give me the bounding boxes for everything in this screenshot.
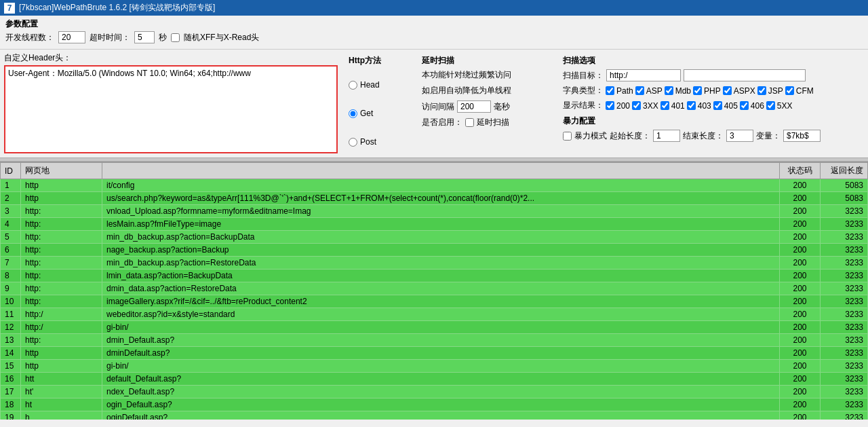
result-401-cb[interactable] <box>660 101 669 110</box>
radio-get-input[interactable] <box>349 109 357 118</box>
delay-panel: 延时扫描 本功能针对绕过频繁访问 如启用自动降低为单线程 访问间隔 毫秒 是否启… <box>422 52 557 155</box>
cell-url: http:/ <box>21 308 102 321</box>
cell-url: http: <box>21 282 102 295</box>
timeout-input[interactable] <box>134 31 155 43</box>
http-method-panel: Http方法 Head Get Post <box>349 52 416 155</box>
cell-url: http: <box>21 244 102 257</box>
table-row: 9 http: dmin_data.asp?action=RestoreData… <box>1 282 868 295</box>
result-5xx-cb[interactable] <box>766 101 775 110</box>
result-403-cb[interactable] <box>687 101 696 110</box>
end-len-input[interactable] <box>726 130 753 142</box>
dict-mdb-cb[interactable] <box>665 86 673 95</box>
cell-status: 200 <box>780 411 821 420</box>
cell-url: http: <box>21 257 102 270</box>
delay-line2: 如启用自动降低为单线程 <box>422 85 557 96</box>
enable-delay-row: 是否启用： 延时扫描 <box>422 117 557 128</box>
result-200-cb[interactable] <box>606 101 614 110</box>
brute-section: 暴力配置 暴力模式 起始长度： 结束长度： 变量： <box>563 115 864 142</box>
delay-title: 延时扫描 <box>422 55 557 67</box>
radio-head-input[interactable] <box>349 81 357 90</box>
cell-url: http: <box>21 205 102 218</box>
dict-cfm-label: CFM <box>796 86 814 96</box>
table-row: 10 http: imageGallery.aspx?rif=/&cif=../… <box>1 295 868 308</box>
scan-target-row: 扫描目标： <box>563 69 864 81</box>
dict-jsp-cb[interactable] <box>757 86 766 95</box>
result-5xx-label: 5XX <box>777 101 793 111</box>
brute-title: 暴力配置 <box>563 115 864 127</box>
scan-target-extra[interactable] <box>684 69 806 81</box>
dict-cfm-cb[interactable] <box>785 86 794 95</box>
dict-type-row: 字典类型： Path ASP Mdb PHP ASPX JSP CFM <box>563 85 864 96</box>
cell-status: 200 <box>780 244 821 257</box>
cell-status: 200 <box>780 231 821 244</box>
col-header-path <box>102 163 780 179</box>
cell-id: 7 <box>1 257 21 270</box>
result-405-cb[interactable] <box>713 101 722 110</box>
table-row: 1 http it/config 200 5083 <box>1 179 868 192</box>
result-200-label: 200 <box>616 101 630 111</box>
cell-length: 3233 <box>821 398 868 411</box>
cell-id: 13 <box>1 334 21 347</box>
cell-length: 3233 <box>821 282 868 295</box>
cell-url: http: <box>21 218 102 231</box>
table-row: 18 ht ogin_Default.asp? 200 3233 <box>1 398 868 411</box>
config-title: 参数配置 <box>5 18 863 30</box>
radio-post-input[interactable] <box>349 138 357 147</box>
cell-path: vnload_Upload.asp?formname=myform&editna… <box>102 205 780 218</box>
interval-input[interactable] <box>457 100 491 113</box>
dict-path-cb[interactable] <box>606 86 614 95</box>
cell-length: 5083 <box>821 192 868 205</box>
delay-line1: 本功能针对绕过频繁访问 <box>422 69 557 81</box>
result-405-label: 405 <box>724 101 738 111</box>
var-label: 变量： <box>756 130 781 142</box>
cell-length: 3233 <box>821 244 868 257</box>
table-row: 19 h oginDefault.asp? 200 3233 <box>1 411 868 420</box>
scan-target-input[interactable] <box>606 69 681 81</box>
cell-length: 3233 <box>821 386 868 398</box>
result-406-cb[interactable] <box>740 101 749 110</box>
interval-unit: 毫秒 <box>494 101 510 113</box>
dict-php-label: PHP <box>704 86 721 96</box>
table-row: 5 http: min_db_backup.asp?action=BackupD… <box>1 231 868 244</box>
col-header-id: ID <box>1 163 21 179</box>
config-area: 参数配置 开发线程数： 超时时间： 秒 随机XFF与X-Read头 <box>0 16 868 50</box>
var-input[interactable] <box>783 130 821 142</box>
title-bar: 7 [7kbscan]WebPathBrute 1.6.2 [铸剑实战靶场内部专… <box>0 0 868 16</box>
table-row: 4 http: lesMain.asp?fmFileType=image 200… <box>1 218 868 231</box>
cell-id: 6 <box>1 244 21 257</box>
cell-length: 3233 <box>821 257 868 270</box>
cell-id: 19 <box>1 411 21 420</box>
col-header-status: 状态码 <box>780 163 821 179</box>
table-row: 7 http: min_db_backup.asp?action=Restore… <box>1 257 868 270</box>
cell-path: webeditor.asp?id=x&style=standard <box>102 308 780 321</box>
dict-asp-cb[interactable] <box>635 86 644 95</box>
delay-checkbox[interactable] <box>465 118 474 127</box>
cell-length: 3233 <box>821 308 868 321</box>
cell-path: us/search.php?keyword=as&typeArr[111%3D@… <box>102 192 780 205</box>
start-len-input[interactable] <box>653 130 680 142</box>
random-header-checkbox[interactable] <box>171 33 180 42</box>
cell-id: 15 <box>1 360 21 373</box>
result-code-row: 显示结果： 200 3XX 401 403 405 406 5XX <box>563 100 864 111</box>
table-row: 13 http: dmin_Default.asp? 200 3233 <box>1 334 868 347</box>
result-3xx-cb[interactable] <box>632 101 641 110</box>
custom-header-textarea[interactable] <box>8 68 334 151</box>
cell-path: dmin_Default.asp? <box>102 334 780 347</box>
radio-get: Get <box>349 109 416 118</box>
cell-status: 200 <box>780 270 821 282</box>
threads-input[interactable] <box>58 31 85 43</box>
cell-id: 16 <box>1 373 21 386</box>
cell-length: 3233 <box>821 360 868 373</box>
timeout-unit: 秒 <box>159 32 167 43</box>
cell-path: dmin_data.asp?action=RestoreData <box>102 282 780 295</box>
cell-path: min_db_backup.asp?action=RestoreData <box>102 257 780 270</box>
table-row: 15 http gi-bin/ 200 3233 <box>1 360 868 373</box>
cell-url: http: <box>21 334 102 347</box>
dict-aspx-cb[interactable] <box>723 86 732 95</box>
start-len-label: 起始长度： <box>610 130 650 142</box>
table-row: 11 http:/ webeditor.asp?id=x&style=stand… <box>1 308 868 321</box>
dict-aspx-label: ASPX <box>734 86 755 96</box>
dict-php-cb[interactable] <box>693 86 702 95</box>
brute-row: 暴力模式 起始长度： 结束长度： 变量： <box>563 130 864 142</box>
brute-mode-cb[interactable] <box>563 132 572 141</box>
